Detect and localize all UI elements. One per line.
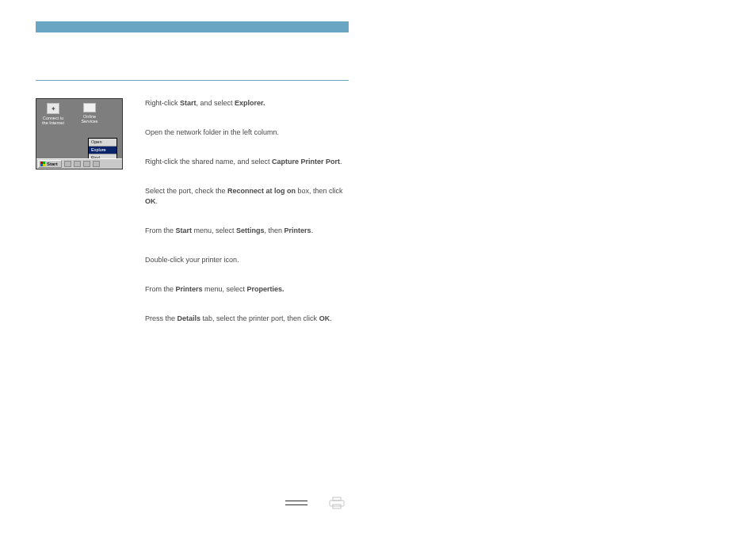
desktop-icon-online-services: Online Services (76, 103, 103, 125)
bold-term: Start (176, 227, 193, 234)
folder-icon (83, 103, 96, 112)
quick-launch-icon (64, 161, 71, 167)
bold-term: Details (178, 314, 201, 322)
printer-icon (328, 496, 346, 512)
desktop-icon-label: Online Services (76, 114, 103, 124)
start-button-label: Start (47, 162, 58, 166)
quick-launch-icon (83, 161, 90, 167)
bold-term: OK (145, 197, 156, 205)
globe-icon: ✦ (47, 103, 59, 114)
bold-term: Settings (236, 227, 265, 234)
bold-term: Reconnect at log on (227, 187, 296, 195)
quick-launch-icon (93, 161, 100, 167)
desktop-icon-connect: ✦ Connect to the Internet (40, 103, 67, 125)
bold-term: Properties. (247, 285, 284, 293)
bold-term: Printers (284, 227, 311, 234)
taskbar: Start (36, 158, 122, 169)
instruction-step: Right-click Start, and select Explorer. (145, 98, 346, 109)
page-footer (285, 496, 346, 512)
bold-term: Explorer. (235, 99, 265, 107)
start-button: Start (38, 160, 62, 168)
instruction-step: Press the Details tab, select the printe… (145, 314, 346, 324)
instruction-step: Select the port, check the Reconnect at … (145, 186, 346, 207)
desktop-icons: ✦ Connect to the Internet Online Service… (36, 99, 122, 125)
desktop-icon-label: Connect to the Internet (40, 116, 67, 125)
horizontal-rule (36, 80, 349, 81)
instruction-step: Double-click your printer icon. (145, 255, 346, 265)
bold-term: Printers (176, 285, 203, 293)
quick-launch (64, 161, 100, 167)
footer-rule-stack (285, 501, 307, 508)
instruction-step: Open the network folder in the left colu… (145, 128, 346, 138)
windows-flag-icon (40, 162, 45, 166)
content-row: ✦ Connect to the Internet Online Service… (36, 98, 349, 343)
context-menu-item-explore: Explore (89, 147, 116, 154)
svg-rect-0 (330, 501, 344, 506)
desktop-screenshot: ✦ Connect to the Internet Online Service… (36, 98, 123, 169)
bold-term: OK (319, 314, 330, 322)
context-menu-item-open: Open (89, 139, 116, 147)
document-page: ✦ Connect to the Internet Online Service… (36, 21, 349, 343)
instruction-step: From the Printers menu, select Propertie… (145, 284, 346, 295)
quick-launch-icon (74, 161, 81, 167)
bold-term: Capture Printer Port (272, 158, 340, 166)
svg-rect-1 (333, 497, 341, 501)
instruction-step: Right-click the shared name, and select … (145, 157, 346, 167)
header-bar (36, 21, 349, 32)
bold-term: Start (180, 99, 197, 107)
instruction-steps: Right-click Start, and select Explorer.O… (145, 98, 346, 343)
instruction-step: From the Start menu, select Settings, th… (145, 226, 346, 236)
